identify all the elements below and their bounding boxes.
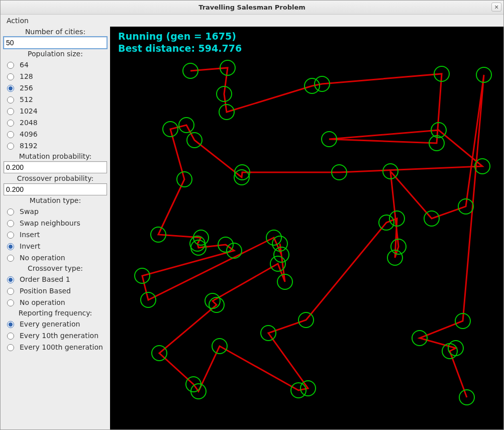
crossover-type-option[interactable]: No operation (4, 296, 107, 308)
pop-size-radio[interactable] (7, 143, 14, 150)
body: Number of cities: Population size: 64128… (1, 27, 503, 429)
crossover-type-option-label: Order Based 1 (20, 275, 70, 283)
pop-size-option[interactable]: 8192 (4, 140, 107, 151)
mutation-type-option[interactable]: No operation (4, 252, 107, 263)
app-window: Travelling Salesman Problem ✕ Action Num… (0, 0, 504, 430)
pop-size-option[interactable]: 256 (4, 82, 107, 93)
pop-size-option-label: 64 (20, 61, 29, 69)
menubar: Action (1, 15, 503, 27)
canvas: Running (gen = 1675) Best distance: 594.… (110, 27, 503, 429)
pop-size-option[interactable]: 2048 (4, 117, 107, 128)
reporting-freq-radio[interactable] (7, 344, 14, 351)
close-button[interactable]: ✕ (491, 3, 501, 12)
pop-size-radio[interactable] (7, 131, 14, 138)
mutation-type-label: Mutation type: (4, 195, 107, 205)
mutation-prob-label: Mutation probability: (4, 151, 107, 161)
mutation-type-radio[interactable] (7, 220, 14, 227)
status-overlay: Running (gen = 1675) Best distance: 594.… (118, 31, 242, 55)
reporting-freq-option-label: Every 100th generation (20, 343, 103, 351)
crossover-type-option[interactable]: Position Based (4, 285, 107, 296)
pop-size-radio[interactable] (7, 62, 14, 69)
mutation-type-radio[interactable] (7, 208, 14, 216)
sidebar: Number of cities: Population size: 64128… (1, 27, 110, 429)
reporting-freq-radio[interactable] (7, 333, 14, 340)
pop-size-radio[interactable] (7, 73, 14, 80)
pop-size-option-label: 2048 (20, 119, 38, 127)
status-line2: Best distance: 594.776 (118, 43, 242, 54)
close-icon: ✕ (494, 4, 498, 11)
tsp-visualization (110, 27, 502, 428)
mutation-prob-input[interactable] (4, 161, 107, 173)
pop-size-option[interactable]: 64 (4, 59, 107, 70)
pop-size-option-label: 128 (20, 72, 33, 80)
window-title: Travelling Salesman Problem (198, 4, 306, 11)
titlebar: Travelling Salesman Problem ✕ (1, 1, 503, 15)
mutation-type-option[interactable]: Insert (4, 229, 107, 240)
pop-size-label: Population size: (4, 49, 107, 59)
crossover-type-option-label: No operation (20, 298, 65, 306)
mutation-type-option-label: Invert (20, 242, 40, 250)
reporting-freq-option[interactable]: Every 100th generation (4, 341, 107, 353)
tour-path (142, 68, 484, 397)
mutation-type-option[interactable]: Swap neighbours (4, 217, 107, 229)
crossover-type-option[interactable]: Order Based 1 (4, 273, 107, 285)
mutation-type-option-label: No operation (20, 254, 65, 262)
pop-size-option-label: 1024 (20, 107, 38, 115)
num-cities-input[interactable] (4, 37, 107, 49)
crossover-type-option-label: Position Based (20, 287, 71, 295)
mutation-type-option[interactable]: Invert (4, 240, 107, 252)
mutation-type-radio[interactable] (7, 243, 14, 250)
pop-size-radio[interactable] (7, 108, 14, 115)
mutation-type-radio[interactable] (7, 255, 14, 262)
reporting-freq-option[interactable]: Every 10th generation (4, 330, 107, 341)
reporting-freq-radio[interactable] (7, 321, 14, 328)
crossover-type-label: Crossover type: (4, 263, 107, 273)
pop-size-option[interactable]: 1024 (4, 105, 107, 117)
status-line1: Running (gen = 1675) (118, 31, 236, 42)
reporting-freq-option-label: Every 10th generation (20, 332, 98, 340)
mutation-type-option-label: Swap (20, 207, 39, 216)
pop-size-option-label: 256 (20, 84, 33, 92)
client-area: Action Number of cities: Population size… (1, 15, 503, 429)
crossover-type-radio[interactable] (7, 299, 14, 306)
pop-size-option[interactable]: 128 (4, 70, 107, 82)
num-cities-label: Number of cities: (4, 27, 107, 37)
pop-size-option-label: 512 (20, 95, 33, 103)
reporting-freq-option-label: Every generation (20, 320, 80, 328)
crossover-prob-label: Crossover probability: (4, 173, 107, 183)
reporting-freq-label: Reporting frequency: (4, 308, 107, 318)
pop-size-radio[interactable] (7, 96, 14, 103)
pop-size-option-label: 4096 (20, 130, 38, 138)
reporting-freq-option[interactable]: Every generation (4, 318, 107, 330)
crossover-type-radio[interactable] (7, 288, 14, 295)
mutation-type-radio[interactable] (7, 232, 14, 239)
pop-size-radio[interactable] (7, 120, 14, 127)
mutation-type-option[interactable]: Swap (4, 205, 107, 217)
pop-size-radio[interactable] (7, 85, 14, 92)
crossover-type-radio[interactable] (7, 276, 14, 283)
crossover-prob-input[interactable] (4, 183, 107, 195)
mutation-type-option-label: Insert (20, 231, 40, 239)
pop-size-option[interactable]: 4096 (4, 128, 107, 140)
pop-size-option[interactable]: 512 (4, 93, 107, 105)
menu-action[interactable]: Action (6, 16, 30, 26)
mutation-type-option-label: Swap neighbours (20, 219, 80, 227)
pop-size-option-label: 8192 (20, 142, 38, 150)
